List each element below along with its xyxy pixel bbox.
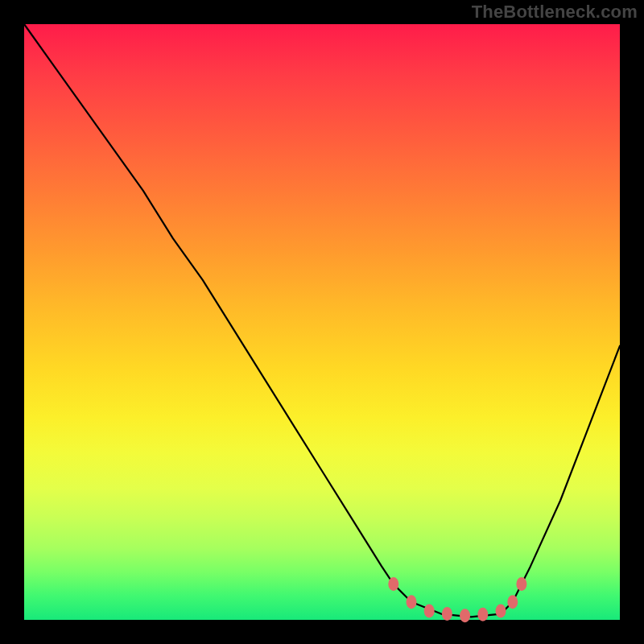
curve-marker	[460, 609, 470, 622]
bottleneck-curve	[24, 24, 620, 617]
curve-marker	[407, 595, 417, 609]
curve-marker	[424, 604, 435, 617]
curve-marker	[516, 577, 526, 591]
curve-marker	[496, 604, 506, 617]
curve-marker	[442, 607, 452, 621]
chart-frame: TheBottleneck.com	[0, 0, 644, 644]
curve-svg	[24, 24, 620, 620]
watermark-text: TheBottleneck.com	[472, 2, 638, 23]
curve-marker	[477, 608, 488, 621]
curve-marker	[507, 595, 518, 609]
plot-area	[24, 24, 620, 620]
curve-marker	[388, 577, 398, 591]
